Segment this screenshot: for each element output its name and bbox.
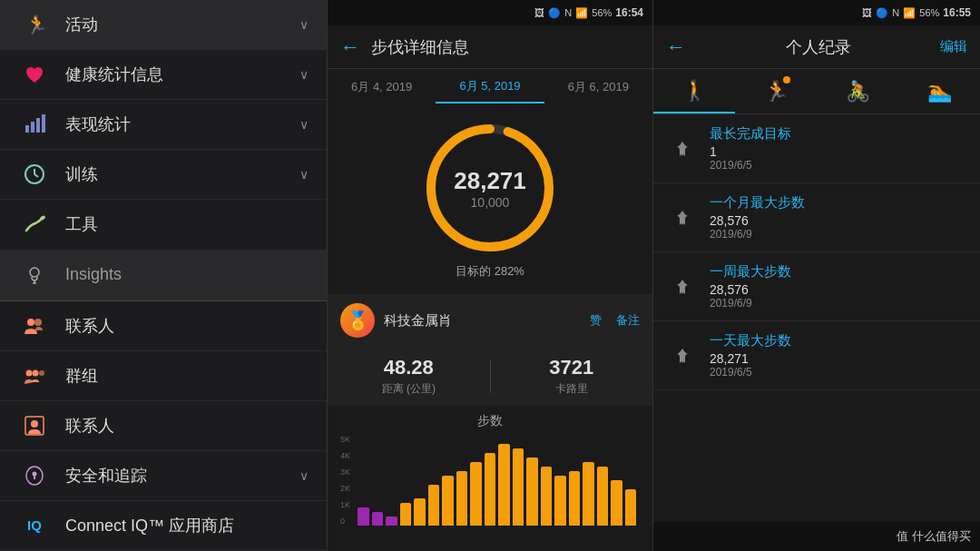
health-label: 健康统计信息 [65, 64, 299, 85]
wifi-icon-3: 📶 [903, 7, 916, 19]
record-item-3[interactable]: 一天最大步数 28,271 2019/6/5 [653, 321, 980, 390]
step-circle-container: 28,271 10,000 目标的 282% [328, 105, 652, 287]
pr-edit-button[interactable]: 编辑 [940, 38, 967, 55]
calories-stat: 3721 卡路里 [491, 356, 653, 397]
chart-title: 步数 [340, 413, 640, 429]
svg-point-18 [31, 420, 38, 428]
walk-icon: 🚶 [682, 79, 707, 103]
groups-label: 群组 [65, 365, 309, 387]
note-button[interactable]: 备注 [616, 312, 640, 329]
training-chevron: ∨ [299, 167, 309, 182]
bar-11 [513, 448, 524, 526]
watermark: 值 什么值得买 [897, 528, 971, 545]
security-chevron: ∨ [299, 468, 309, 483]
status-bar-3: 🖼 🔵 N 📶 56% 16:55 [653, 0, 980, 25]
bar-12 [526, 458, 538, 526]
bar-2 [386, 517, 397, 526]
bar-label-2k: 2K [340, 484, 350, 493]
sidebar-item-contacts[interactable]: 联系人 [0, 300, 327, 350]
record-icon-1 [666, 202, 699, 234]
tools-icon [18, 208, 51, 241]
bar-label-5k: 5K [340, 435, 350, 444]
sidebar-item-performance[interactable]: 表现统计 ∨ [0, 100, 327, 150]
calories-label: 卡路里 [555, 381, 588, 397]
sidebar-item-tools[interactable]: 工具 [0, 200, 327, 250]
bike-icon: 🚴 [846, 80, 870, 103]
activity-chevron: ∨ [299, 17, 309, 32]
bar-16 [583, 462, 594, 526]
tab-walk[interactable]: 🚶 [653, 69, 735, 113]
tab-swim[interactable]: 🏊 [898, 69, 980, 113]
bar-9 [485, 453, 496, 526]
step-circle: 28,271 10,000 [422, 120, 558, 256]
date-tab-next[interactable]: 6月 6, 2019 [544, 72, 652, 103]
record-item-0[interactable]: 最长完成目标 1 2019/6/5 [653, 114, 980, 183]
bar-8 [470, 462, 482, 526]
tab-bike[interactable]: 🚴 [817, 69, 898, 113]
distance-stat: 48.28 距离 (公里) [328, 356, 490, 397]
security-icon [18, 459, 51, 492]
activity-label: 活动 [65, 14, 299, 35]
insights-icon [18, 259, 51, 291]
record-title-1: 一个月最大步数 [710, 194, 967, 212]
record-date-1: 2019/6/9 [710, 228, 967, 241]
step-details-panel: 🖼 🔵 N 📶 56% 16:54 ← 步伐详细信息 6月 4, 2019 6月… [327, 0, 653, 551]
health-icon [18, 58, 51, 91]
user-avatar: 🏅 [340, 303, 375, 338]
record-date-0: 2019/6/5 [710, 159, 967, 172]
user-actions: 赞 备注 [590, 312, 640, 329]
record-item-1[interactable]: 一个月最大步数 28,576 2019/6/9 [653, 183, 980, 252]
iq-label: Connect IQ™ 应用商店 [65, 515, 309, 536]
svg-point-9 [30, 268, 39, 277]
user-card: 🏅 科技金属肖 赞 备注 [328, 294, 652, 347]
image-icon-3: 🖼 [862, 7, 872, 18]
step-back-button[interactable]: ← [340, 35, 360, 59]
bar-labels: 5K 4K 3K 2K 1K 0 [340, 435, 350, 526]
run-badge [783, 76, 790, 84]
contact2-icon [18, 409, 51, 442]
bar-19 [625, 489, 637, 526]
battery-2: 56% [592, 7, 612, 18]
step-goal: 10,000 [471, 195, 510, 210]
date-tab-prev[interactable]: 6月 4, 2019 [328, 72, 436, 103]
record-info-3: 一天最大步数 28,271 2019/6/5 [710, 332, 967, 379]
iq-icon: IQ [18, 509, 51, 542]
bar-15 [569, 471, 581, 526]
pr-back-button[interactable]: ← [666, 35, 686, 59]
status-icons-2: 🖼 🔵 N 📶 56% 16:54 [534, 6, 643, 19]
sidebar-item-training[interactable]: 训练 ∨ [0, 150, 327, 200]
record-icon-2 [666, 271, 699, 303]
svg-line-7 [34, 174, 38, 177]
sidebar-item-iq[interactable]: IQ Connect IQ™ 应用商店 [0, 501, 327, 551]
personal-records-panel: 🖼 🔵 N 📶 56% 16:55 ← 个人纪录 编辑 🚶 🏃 🚴 🏊 [653, 0, 980, 551]
record-title-2: 一周最大步数 [710, 263, 967, 280]
record-date-2: 2019/6/9 [710, 297, 967, 310]
sidebar-item-contact2[interactable]: 联系人 [0, 401, 327, 451]
record-icon-3 [666, 339, 699, 372]
sidebar-item-health[interactable]: 健康统计信息 ∨ [0, 50, 327, 100]
sidebar-item-groups[interactable]: 群组 [0, 351, 327, 401]
record-value-3: 28,271 [710, 351, 967, 366]
bar-label-1k: 1K [340, 500, 350, 509]
svg-point-13 [34, 319, 42, 326]
record-list: 最长完成目标 1 2019/6/5 一个月最大步数 28,576 2019/6/… [653, 114, 980, 522]
groups-icon [18, 359, 51, 392]
like-button[interactable]: 赞 [590, 312, 602, 329]
sidebar-item-activity[interactable]: 🏃 活动 ∨ [0, 0, 327, 50]
bar-label-0: 0 [340, 517, 350, 526]
bar-18 [611, 480, 622, 526]
record-icon-0 [666, 133, 699, 165]
sidebar-item-security[interactable]: 安全和追踪 ∨ [0, 451, 327, 501]
tools-label: 工具 [65, 213, 309, 235]
performance-label: 表现统计 [65, 113, 299, 135]
distance-value: 48.28 [384, 356, 434, 379]
sidebar-item-insights[interactable]: Insights [0, 251, 327, 300]
activity-icon: 🏃 [18, 8, 51, 41]
tab-run[interactable]: 🏃 [735, 69, 817, 113]
bar-5 [428, 485, 440, 526]
step-nav-bar: ← 步伐详细信息 [328, 25, 652, 69]
record-item-2[interactable]: 一周最大步数 28,576 2019/6/9 [653, 252, 980, 321]
date-tab-current[interactable]: 6月 5, 2019 [436, 71, 544, 103]
performance-icon [18, 108, 51, 141]
bar-3 [400, 503, 412, 526]
